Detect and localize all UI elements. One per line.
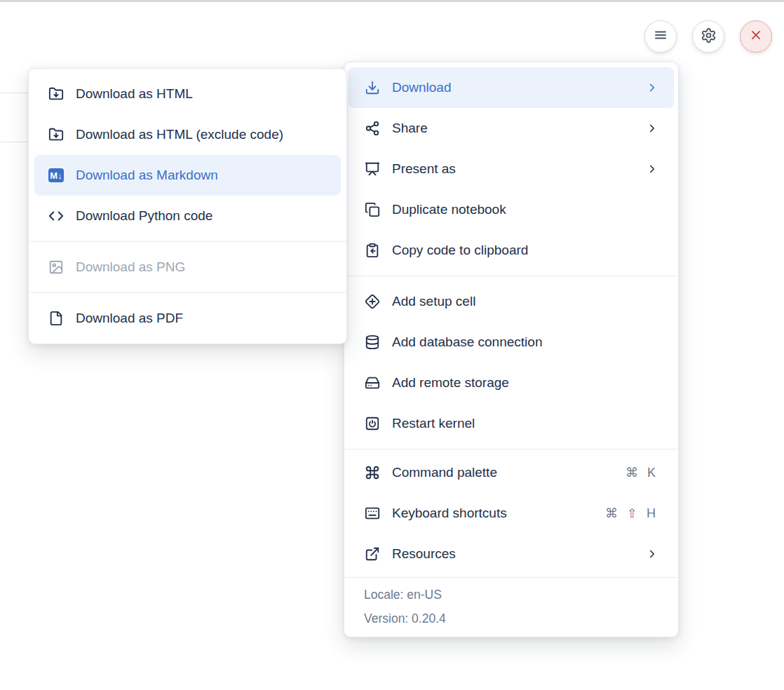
menu-item-share[interactable]: Share (344, 108, 678, 149)
menu-item-label: Download as PDF (76, 311, 332, 326)
menu-item-download[interactable]: Download (349, 67, 674, 108)
menu-item-label: Command palette (392, 465, 626, 480)
submenu-item-download-as-html-exclude-code[interactable]: Download as HTML (exclude code) (29, 114, 346, 155)
menu-item-present-as[interactable]: Present as (344, 149, 678, 189)
database-icon (365, 334, 380, 350)
submenu-item-download-as-markdown[interactable]: M↓ Download as Markdown (34, 155, 341, 196)
menu-item-command-palette[interactable]: Command palette ⌘ K (344, 452, 678, 493)
hamburger-icon (652, 27, 669, 46)
background-cell-border (0, 93, 31, 93)
submenu-item-download-python-code[interactable]: Download Python code (29, 196, 346, 236)
menu-item-label: Download (392, 80, 646, 95)
duplicate-icon (365, 202, 380, 217)
window-top-border (0, 0, 784, 2)
menu-item-keyboard-shortcuts[interactable]: Keyboard shortcuts ⌘ ⇧ H (344, 493, 678, 534)
menu-item-duplicate-notebook[interactable]: Duplicate notebook (344, 189, 678, 230)
menu-item-label: Download as HTML (76, 86, 332, 102)
menu-item-label: Add setup cell (392, 294, 658, 309)
folder-down-icon (48, 127, 64, 142)
command-icon (365, 465, 380, 480)
download-submenu: Download as HTML Download as HTML (exclu… (28, 68, 347, 344)
menu-item-add-setup-cell[interactable]: Add setup cell (344, 281, 678, 322)
menu-footer: Locale: en-US Version: 0.20.4 (344, 578, 678, 637)
clipboard-copy-icon (365, 243, 380, 258)
menu-item-resources[interactable]: Resources (344, 534, 678, 574)
gear-icon (701, 27, 717, 46)
background-cell-border (0, 142, 31, 142)
download-submenu-section-1: Download as HTML Download as HTML (exclu… (29, 69, 346, 241)
file-icon (48, 311, 64, 326)
menu-item-add-database-connection[interactable]: Add database connection (344, 322, 678, 363)
menu-item-copy-code-to-clipboard[interactable]: Copy code to clipboard (344, 230, 678, 271)
menu-item-label: Share (392, 121, 646, 136)
main-menu-section-1: Download Share Present as (344, 62, 678, 276)
chevron-right-icon (646, 163, 658, 175)
hard-drive-icon (365, 375, 380, 391)
chevron-right-icon (646, 81, 658, 94)
menu-item-label: Copy code to clipboard (392, 243, 658, 258)
menu-item-add-remote-storage[interactable]: Add remote storage (344, 363, 678, 403)
download-submenu-section-3: Download as PDF (29, 293, 346, 344)
menu-item-label: Add remote storage (392, 375, 658, 391)
menu-item-restart-kernel[interactable]: Restart kernel (344, 403, 678, 444)
menu-item-label: Duplicate notebook (392, 202, 658, 217)
menu-item-label: Add database connection (392, 334, 658, 350)
settings-button[interactable] (692, 20, 724, 53)
notebook-menu-button[interactable] (644, 20, 677, 53)
submenu-item-download-as-pdf[interactable]: Download as PDF (29, 298, 346, 339)
download-submenu-section-2: Download as PNG (29, 242, 346, 292)
menu-item-label: Download Python code (76, 208, 332, 224)
share-icon (365, 121, 380, 136)
code-icon (48, 208, 64, 224)
submenu-item-download-as-html[interactable]: Download as HTML (29, 74, 346, 114)
menu-item-label: Restart kernel (392, 416, 658, 431)
version-text: Version: 0.20.4 (364, 610, 658, 628)
shortcut-hint: ⌘ ⇧ H (605, 506, 658, 521)
menu-item-label: Download as PNG (76, 259, 332, 275)
menu-item-label: Resources (392, 546, 646, 562)
close-button[interactable] (740, 20, 772, 53)
power-icon (365, 416, 380, 431)
locale-text: Locale: en-US (364, 586, 658, 604)
diamond-plus-icon (365, 294, 380, 309)
menu-item-label: Present as (392, 161, 646, 177)
main-menu-section-2: Add setup cell Add database connection A… (344, 276, 678, 449)
menu-item-label: Download as HTML (exclude code) (76, 127, 332, 142)
image-icon (48, 259, 64, 275)
menu-item-label: Keyboard shortcuts (392, 506, 605, 521)
chevron-right-icon (646, 122, 658, 135)
submenu-item-download-as-png[interactable]: Download as PNG (29, 247, 346, 288)
app-canvas: Download Share Present as (0, 0, 784, 690)
presentation-icon (365, 161, 380, 177)
markdown-icon: M↓ (48, 168, 64, 183)
external-link-icon (365, 546, 380, 562)
download-icon (365, 80, 380, 95)
menu-item-label: Download as Markdown (76, 168, 332, 183)
folder-down-icon (48, 86, 64, 102)
main-menu-section-3: Command palette ⌘ K Keyboard shortcuts ⌘… (344, 449, 678, 577)
close-icon (748, 27, 764, 46)
notebook-toolbar (644, 20, 772, 53)
keyboard-icon (365, 506, 380, 521)
main-menu: Download Share Present as (344, 62, 679, 637)
shortcut-hint: ⌘ K (626, 465, 658, 480)
chevron-right-icon (646, 548, 658, 560)
